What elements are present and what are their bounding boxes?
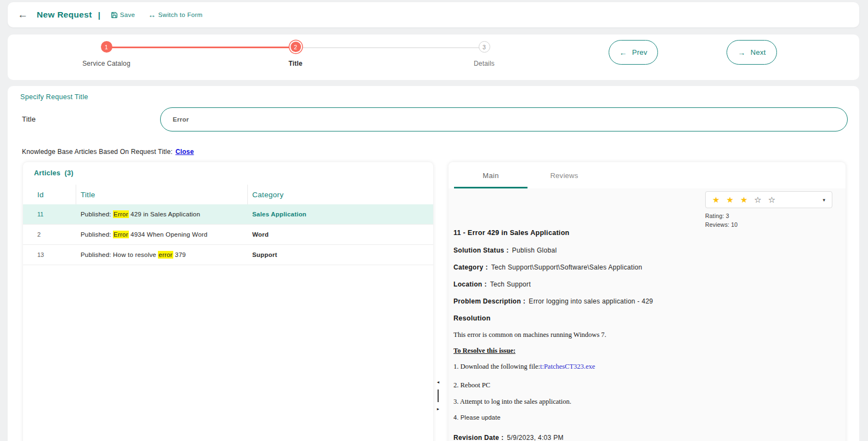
rating-summary: Rating: 3 Reviews: 10 xyxy=(705,211,832,229)
star-rating[interactable]: ★★★☆☆▾ xyxy=(705,191,832,208)
revision-date-row: Revision Date:5/9/2023, 4:03 PM xyxy=(453,434,835,441)
field-location: Location:Tech Support xyxy=(453,280,835,288)
step-details[interactable]: 3 Details xyxy=(440,41,528,67)
switch-arrows-icon: ↔ xyxy=(148,11,156,19)
field-value: Tech Support\Support\Software\Sales Appl… xyxy=(491,264,643,271)
step-number-badge: 1 xyxy=(101,41,112,53)
field-separator: : xyxy=(523,297,525,305)
splitter-handle[interactable] xyxy=(438,390,439,402)
field-separator: : xyxy=(485,264,487,271)
tab-reviews[interactable]: Reviews xyxy=(527,162,601,188)
column-header-id[interactable]: Id xyxy=(23,185,76,204)
article-category: Sales Application xyxy=(248,211,433,217)
article-title: Published: How to resolve error 379 xyxy=(76,251,248,258)
step-service-catalog[interactable]: 1 Service Catalog xyxy=(63,41,150,67)
article-category: Word xyxy=(248,231,433,238)
title-input[interactable] xyxy=(160,107,848,131)
article-preview-panel: Main Reviews ★★★☆☆▾ Rating: 3 Reviews: 1… xyxy=(449,162,846,441)
prev-button[interactable]: ← Prev xyxy=(609,40,658,65)
save-label: Save xyxy=(120,12,135,18)
field-separator: : xyxy=(484,280,486,288)
title-text: Published: How to resolve xyxy=(81,251,158,258)
tab-main[interactable]: Main xyxy=(454,162,527,188)
next-label: Next xyxy=(751,48,766,56)
save-icon xyxy=(111,12,118,19)
title-text: 429 in Sales Application xyxy=(129,211,200,217)
column-header-title[interactable]: Title xyxy=(76,185,248,204)
step-number-badge: 3 xyxy=(479,41,490,53)
kb-close-link[interactable]: Close xyxy=(175,148,194,156)
resolution-step: 3. Attempt to log into the sales applica… xyxy=(453,398,835,406)
page-title: New Request xyxy=(37,10,92,20)
article-heading: 11 - Error 429 in Sales Application xyxy=(453,229,835,237)
articles-count: (3) xyxy=(65,169,73,177)
articles-count-title: Articles (3) xyxy=(23,162,433,177)
prev-label: Prev xyxy=(632,48,648,56)
revision-value: 5/9/2023, 4:03 PM xyxy=(507,434,564,441)
article-id: 13 xyxy=(23,251,76,258)
star-filled-icon[interactable]: ★ xyxy=(712,196,719,204)
title-text: 379 xyxy=(173,251,186,258)
next-button[interactable]: → Next xyxy=(727,40,777,65)
table-row[interactable]: 13 Published: How to resolve error 379 S… xyxy=(23,245,433,265)
step-text: 1. Download the following file: xyxy=(453,363,540,370)
prev-arrow-icon: ← xyxy=(619,48,627,57)
title-text: Published: xyxy=(81,231,113,238)
save-button[interactable]: Save xyxy=(111,12,135,19)
field-category: Category:Tech Support\Support\Software\S… xyxy=(453,264,835,271)
topbar: ← New Request | Save ↔ Switch to Form xyxy=(8,2,859,27)
rating-dropdown-caret-icon[interactable]: ▾ xyxy=(822,197,825,203)
back-arrow-icon[interactable]: ← xyxy=(12,9,33,21)
article-id: 11 xyxy=(23,211,76,217)
star-empty-icon[interactable]: ☆ xyxy=(768,196,775,204)
star-filled-icon[interactable]: ★ xyxy=(726,196,733,204)
wizard-stepper: 1 Service Catalog 2 Title 3 Details ← Pr… xyxy=(8,35,859,80)
articles-label: Articles xyxy=(34,169,60,177)
preview-tabs: Main Reviews xyxy=(449,162,846,188)
collapse-right-icon[interactable]: ► xyxy=(436,406,440,412)
field-solution-status: Solution Status:Publish Global xyxy=(453,247,835,254)
article-body: 11 - Error 429 in Sales Application Solu… xyxy=(453,229,835,441)
kb-articles-prompt: Knowledge Base Articles Based On Request… xyxy=(22,148,194,156)
field-label: Category xyxy=(453,264,483,271)
step-label: Title xyxy=(252,60,339,67)
step-label: Details xyxy=(440,60,528,67)
switch-to-form-button[interactable]: ↔ Switch to Form xyxy=(148,11,202,19)
star-filled-icon[interactable]: ★ xyxy=(740,196,747,204)
highlighted-term: error xyxy=(158,251,173,259)
title-field-label: Title xyxy=(22,115,36,123)
title-text: Published: xyxy=(81,211,113,217)
switch-to-form-label: Switch to Form xyxy=(158,12,203,18)
articles-panel: Articles (3) Id Title Category 11 Publis… xyxy=(23,162,433,441)
resolution-step: 4. Please update xyxy=(453,414,835,421)
pane-splitter[interactable]: ◄ ► xyxy=(434,380,442,412)
resolve-issue-heading: To Resolve this issue: xyxy=(453,347,835,355)
request-title-panel: Specify Request Title Title Knowledge Ba… xyxy=(8,86,859,441)
article-category: Support xyxy=(248,251,433,258)
next-arrow-icon: → xyxy=(737,48,745,57)
column-header-category[interactable]: Category xyxy=(248,185,433,204)
highlighted-term: Error xyxy=(113,231,129,238)
table-row[interactable]: 11 Published: Error 429 in Sales Applica… xyxy=(23,204,433,225)
articles-table: Id Title Category 11 Published: Error 42… xyxy=(23,185,433,265)
rating-widget: ★★★☆☆▾ Rating: 3 Reviews: 10 xyxy=(705,191,832,229)
table-row[interactable]: 2 Published: Error 4934 When Opening Wor… xyxy=(23,225,433,245)
resolution-intro: This error is common on machines running… xyxy=(453,331,835,339)
article-title: Published: Error 429 in Sales Applicatio… xyxy=(76,211,248,217)
article-title: Published: Error 4934 When Opening Word xyxy=(76,231,248,238)
preview-content: ★★★☆☆▾ Rating: 3 Reviews: 10 11 - Error … xyxy=(449,188,846,441)
field-label: Location xyxy=(453,280,482,288)
field-label: Solution Status xyxy=(453,247,504,254)
patch-file-link[interactable]: t:PatchesCT323.exe xyxy=(540,363,595,370)
kb-prompt-text: Knowledge Base Articles Based On Request… xyxy=(22,148,173,156)
step-number-badge: 2 xyxy=(291,42,301,52)
field-separator: : xyxy=(501,434,503,441)
title-separator: | xyxy=(98,10,100,20)
star-empty-icon[interactable]: ☆ xyxy=(754,196,761,204)
step-title[interactable]: 2 Title xyxy=(252,41,339,67)
field-value: Error logging into sales application - 4… xyxy=(529,297,653,305)
resolution-step: 1. Download the following file:t:Patches… xyxy=(453,363,835,371)
title-text: 4934 When Opening Word xyxy=(129,231,208,238)
table-header-row: Id Title Category xyxy=(23,185,433,204)
collapse-left-icon[interactable]: ◄ xyxy=(436,380,440,385)
